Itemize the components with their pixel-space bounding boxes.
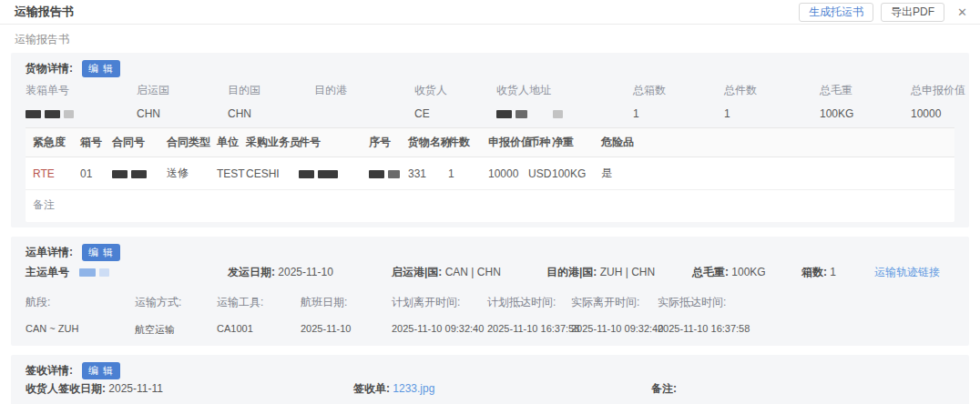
cargo-table: 紧急度 箱号 合同号 合同类型 单位 采购业务员 件号 序号 货物名称 件数 申…: [26, 127, 954, 222]
receipt-remark-field: 备注:: [651, 381, 677, 397]
ship-date-value: 2025-11-10: [278, 266, 333, 278]
segment-value: CAN ~ ZUH: [26, 314, 135, 340]
cargo-table-row: RTE 01 送修 TEST CESHI 331 1 10000 USD 100…: [26, 157, 954, 190]
planned-arrival-label: 计划抵达时间:: [487, 291, 571, 314]
part-no-redacted: [291, 167, 362, 180]
receipt-row: 收货人签收日期: 2025-11-11 签收单: 1233.jpg 备注:: [26, 381, 954, 397]
field-value: 100KG: [820, 100, 911, 122]
urgency-value: RTE: [26, 167, 73, 180]
segment-label: 航段:: [26, 291, 135, 314]
box-count-field: 箱数: 1: [801, 265, 874, 280]
box-no-value: 01: [73, 167, 105, 180]
col-header: 件数: [441, 135, 481, 150]
receipt-file-label: 签收单:: [353, 382, 390, 395]
gross-weight-value: 100KG: [731, 266, 765, 278]
flight-date-value: 2025-11-10: [301, 314, 392, 340]
receipt-file-field: 签收单: 1233.jpg: [353, 381, 651, 397]
dest-port-label: 目的港|国:: [546, 266, 597, 278]
cargo-section-title: 货物详情:: [26, 61, 73, 76]
field-value: CHN: [137, 100, 228, 122]
contract-no-redacted: [105, 167, 159, 180]
col-header: 单位: [209, 135, 239, 150]
close-icon[interactable]: ✕: [957, 5, 967, 19]
actual-departure-value: 2025-11-10 09:32:40: [571, 314, 658, 340]
waybill-row-1: 主运单号 发运日期: 2025-11-10 启运港|国: CAN | CHN 目…: [26, 265, 954, 280]
origin-port-field: 启运港|国: CAN | CHN: [392, 265, 546, 280]
col-header: 合同号: [105, 135, 159, 150]
receipt-remark-label: 备注:: [651, 382, 677, 395]
field-value: CE: [414, 100, 496, 122]
cargo-edit-button[interactable]: 编 辑: [82, 60, 120, 77]
transport-tool-label: 运输工具:: [217, 291, 301, 314]
field-label: 总申报价值: [911, 79, 965, 100]
field-value: CHN: [228, 100, 314, 122]
field-label: 启运国: [137, 79, 228, 100]
master-waybill-redacted: [79, 268, 109, 277]
planned-arrival-value: 2025-11-10 16:37:58: [487, 314, 571, 340]
waybill-row-2-values: CAN ~ ZUH 航空运输 CA1001 2025-11-10 2025-11…: [26, 314, 954, 340]
col-header: 合同类型: [159, 135, 209, 150]
transport-tool-value: CA1001: [217, 314, 301, 340]
planned-departure-label: 计划离开时间:: [392, 291, 487, 314]
col-header: 币种: [521, 135, 545, 150]
receipt-edit-button[interactable]: 编 辑: [82, 362, 120, 379]
master-waybill-field: 主运单号: [26, 265, 228, 280]
unit-value: TEST: [209, 167, 239, 180]
origin-port-value: CAN | CHN: [445, 266, 501, 278]
actual-arrival-value: 2025-11-10 16:37:58: [658, 314, 954, 340]
col-header: 序号: [362, 135, 401, 150]
top-bar: 运输报告书 生成托运书 导出PDF ✕: [0, 0, 980, 25]
receipt-file-link[interactable]: 1233.jpg: [393, 382, 434, 395]
cargo-name-value: 331: [401, 167, 441, 180]
export-pdf-button[interactable]: 导出PDF: [881, 3, 944, 22]
page-title: 运输报告书: [15, 4, 74, 20]
planned-departure-value: 2025-11-10 09:32:40: [392, 314, 487, 340]
origin-port-label: 启运港|国:: [392, 266, 442, 278]
field-label: 目的港: [314, 79, 414, 100]
master-waybill-label: 主运单号: [26, 266, 69, 278]
transport-track-link[interactable]: 运输轨迹链接: [874, 266, 940, 278]
col-header: 危险品: [594, 135, 954, 150]
track-link-wrap: 运输轨迹链接: [874, 265, 940, 280]
sign-date-label: 收货人签收日期:: [26, 382, 106, 395]
ship-date-field: 发运日期: 2025-11-10: [228, 265, 392, 280]
waybill-section-header: 运单详情: 编 辑: [26, 244, 954, 261]
sign-date-field: 收货人签收日期: 2025-11-11: [26, 381, 353, 397]
actual-arrival-label: 实际抵达时间:: [658, 291, 954, 314]
field-label: 总件数: [724, 79, 820, 100]
col-header: 货物名称: [401, 135, 441, 150]
waybill-edit-button[interactable]: 编 辑: [82, 244, 120, 261]
field-value: 10000: [911, 100, 954, 122]
box-count-value: 1: [830, 266, 836, 278]
cargo-remark-label: 备注: [26, 190, 954, 222]
col-header: 净重: [545, 135, 594, 150]
cargo-section-header: 货物详情: 编 辑: [26, 60, 954, 77]
receipt-section-title: 签收详情:: [26, 363, 73, 379]
dest-port-field: 目的港|国: ZUH | CHN: [546, 265, 692, 280]
sign-date-value: 2025-11-11: [108, 382, 163, 395]
dest-port-value: ZUH | CHN: [600, 266, 655, 278]
gross-weight-field: 总毛重: 100KG: [692, 265, 801, 280]
generate-consignment-button[interactable]: 生成托运书: [799, 3, 873, 22]
cargo-fields-labels: 装箱单号 启运国 目的国 目的港 收货人 收货人地址 总箱数 总件数 总毛重 总…: [26, 79, 954, 100]
waybill-details-card: 运单详情: 编 辑 主运单号 发运日期: 2025-11-10 启运港|国: C…: [11, 237, 969, 346]
flight-date-label: 航班日期:: [301, 291, 392, 314]
field-value: 1: [633, 100, 724, 122]
col-header: 采购业务员: [239, 135, 291, 150]
field-value: 1: [724, 100, 820, 122]
field-label: 总箱数: [633, 79, 724, 100]
field-label: 装箱单号: [26, 79, 137, 100]
actual-departure-label: 实际离开时间:: [571, 291, 658, 314]
field-label: 目的国: [228, 79, 314, 100]
net-weight-value: 100KG: [545, 167, 594, 180]
pieces-value: 1: [441, 167, 481, 180]
declared-value: 10000: [481, 167, 521, 180]
col-header: 件号: [291, 135, 362, 150]
col-header: 箱号: [73, 135, 105, 150]
buyer-value: CESHI: [239, 167, 291, 180]
gross-weight-label: 总毛重:: [692, 266, 729, 278]
consignee-address-redacted: [496, 100, 633, 122]
waybill-section-title: 运单详情:: [26, 245, 73, 260]
cargo-details-card: 货物详情: 编 辑 装箱单号 启运国 目的国 目的港 收货人 收货人地址 总箱数…: [11, 53, 969, 227]
cargo-fields-values: CHN CHN CE 1 1 100KG 10000: [26, 100, 954, 122]
